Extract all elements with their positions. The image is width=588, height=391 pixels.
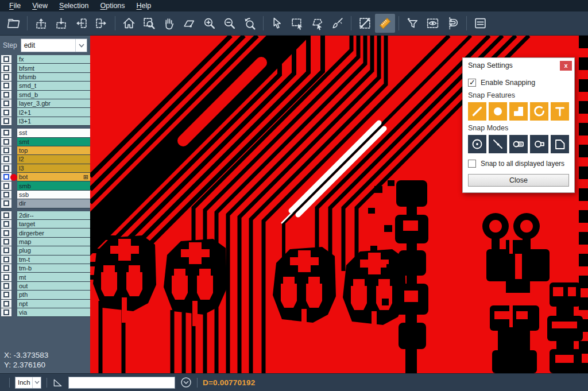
layer-visibility-checkbox[interactable] [1, 73, 11, 82]
layer-label[interactable]: target [17, 220, 90, 229]
zoom-area-button[interactable] [139, 14, 159, 33]
layer-visibility-checkbox[interactable] [1, 191, 11, 199]
layer-label[interactable]: smd_b [17, 91, 90, 99]
layer-label[interactable]: ssb [17, 191, 90, 199]
layer-visibility-checkbox[interactable] [1, 308, 11, 317]
layer-row-bot[interactable]: bot⊞ [1, 173, 90, 181]
layer-label[interactable]: plug [17, 246, 90, 255]
import-left-button[interactable] [71, 14, 91, 33]
menu-item-options[interactable]: Options [94, 1, 130, 11]
layer-visibility-checkbox[interactable] [1, 220, 11, 229]
layer-label[interactable]: smt [17, 138, 90, 146]
snap-magnet-button[interactable] [443, 14, 463, 33]
layer-visibility-checkbox[interactable] [1, 273, 11, 281]
unit-select[interactable]: Inch [15, 377, 41, 389]
refresh-circle-icon[interactable] [180, 377, 192, 388]
layer-visibility-checkbox[interactable] [1, 55, 11, 64]
snap-mode-center-button[interactable] [468, 135, 486, 153]
chevron-down-icon[interactable] [75, 39, 87, 52]
snap-mode-midpoint-button[interactable] [489, 135, 507, 153]
snap-all-layers-row[interactable]: Snap to all displayed layers [468, 160, 569, 168]
layer-visibility-checkbox[interactable] [1, 117, 11, 126]
layer-row-l2+1[interactable]: l2+1 [1, 108, 90, 117]
layer-visibility-checkbox[interactable] [1, 300, 11, 308]
measure-point-to-point-button[interactable] [355, 14, 375, 33]
layer-visibility-checkbox[interactable] [1, 255, 11, 264]
snap-feature-text-button[interactable] [551, 102, 569, 121]
layer-visibility-checkbox[interactable] [1, 291, 11, 299]
layer-label[interactable]: fx [17, 55, 90, 64]
layer-row-smb[interactable]: smb [1, 181, 90, 190]
layer-label[interactable]: tm-t [17, 255, 90, 264]
import-right-button[interactable] [91, 14, 111, 33]
layer-label[interactable]: l3+1 [17, 117, 90, 126]
select-polygon-button[interactable] [307, 14, 327, 33]
layer-visibility-checkbox[interactable] [1, 238, 11, 246]
snap-all-layers-checkbox[interactable] [468, 160, 476, 168]
menu-item-view[interactable]: View [26, 1, 53, 11]
layer-visibility-checkbox[interactable] [1, 138, 11, 146]
layer-visibility-checkbox[interactable] [1, 229, 11, 237]
layer-label[interactable]: bfsmb [17, 73, 90, 82]
layer-label[interactable]: smd_t [17, 82, 90, 90]
layer-row-smd_b[interactable]: smd_b [1, 91, 90, 99]
layer-row-target[interactable]: target [1, 220, 90, 229]
zoom-previous-button[interactable] [239, 14, 260, 33]
layer-row-dirgerber[interactable]: dirgerber [1, 229, 90, 237]
layer-label[interactable]: dirgerber [17, 229, 90, 237]
layer-row-2dir--[interactable]: 2dir-- [1, 211, 90, 220]
layer-row-map[interactable]: map [1, 238, 90, 246]
angle-measure-icon[interactable] [52, 377, 63, 388]
snap-mode-keyhole-button[interactable] [530, 135, 548, 153]
layer-label[interactable]: sst [17, 129, 90, 137]
layer-visibility-checkbox[interactable] [1, 129, 11, 137]
layer-row-npt[interactable]: npt [1, 300, 90, 308]
layer-label[interactable]: npt [17, 300, 90, 308]
layer-label[interactable]: layer_3.gbr [17, 99, 90, 108]
layer-label[interactable]: map [17, 238, 90, 246]
menu-item-file[interactable]: File [3, 1, 26, 11]
layer-row-mt[interactable]: mt [1, 273, 90, 281]
snap-mode-slot-button[interactable] [509, 135, 528, 153]
layer-visibility-checkbox[interactable] [1, 211, 11, 220]
chevron-down-icon[interactable] [32, 377, 41, 388]
ruler-measure-button[interactable] [375, 14, 395, 33]
layer-label[interactable]: l3 [17, 164, 90, 173]
layer-row-layer_3.gbr[interactable]: layer_3.gbr [1, 99, 90, 108]
layer-row-smt[interactable]: smt [1, 138, 90, 146]
dialog-close-action-button[interactable]: Close [468, 174, 569, 187]
layer-visibility-checkbox[interactable] [1, 82, 11, 90]
layer-visibility-checkbox[interactable] [1, 64, 11, 72]
enable-snapping-row[interactable]: Enable Snapping [468, 79, 569, 87]
layer-label[interactable]: 2dir-- [17, 211, 90, 220]
layer-visibility-checkbox[interactable] [1, 282, 11, 291]
layer-row-tm-b[interactable]: tm-b [1, 264, 90, 273]
layer-label[interactable]: mt [17, 273, 90, 281]
layer-visibility-checkbox[interactable] [1, 199, 11, 208]
layer-label[interactable]: via [17, 308, 90, 317]
layer-visibility-checkbox[interactable] [1, 155, 11, 164]
select-pointer-button[interactable] [267, 14, 287, 33]
layer-row-sst[interactable]: sst [1, 129, 90, 137]
layer-row-out[interactable]: out [1, 282, 90, 291]
layer-visibility-checkbox[interactable] [1, 91, 11, 99]
snap-feature-arc-button[interactable] [530, 102, 548, 121]
select-rectangle-button[interactable] [287, 14, 307, 33]
layer-visibility-checkbox[interactable] [1, 164, 11, 173]
layer-visibility-checkbox[interactable] [1, 264, 11, 273]
layer-visibility-checkbox[interactable] [1, 108, 11, 117]
open-folder-button[interactable] [3, 14, 24, 33]
zoom-out-button[interactable] [219, 14, 239, 33]
layer-label[interactable]: top [17, 146, 90, 155]
snap-feature-line-button[interactable] [468, 102, 486, 121]
zoom-dynamic-button[interactable] [179, 14, 199, 33]
import-up-button[interactable] [31, 14, 51, 33]
layer-visibility-checkbox[interactable] [1, 99, 11, 108]
layer-label[interactable]: l2+1 [17, 108, 90, 117]
step-select[interactable]: edit [21, 38, 87, 52]
layer-row-l3[interactable]: l3 [1, 164, 90, 173]
layer-label[interactable]: bot⊞ [17, 173, 90, 181]
layer-label[interactable]: tm-b [17, 264, 90, 273]
filter-button[interactable] [403, 14, 423, 33]
layer-label[interactable]: dir [17, 199, 90, 208]
